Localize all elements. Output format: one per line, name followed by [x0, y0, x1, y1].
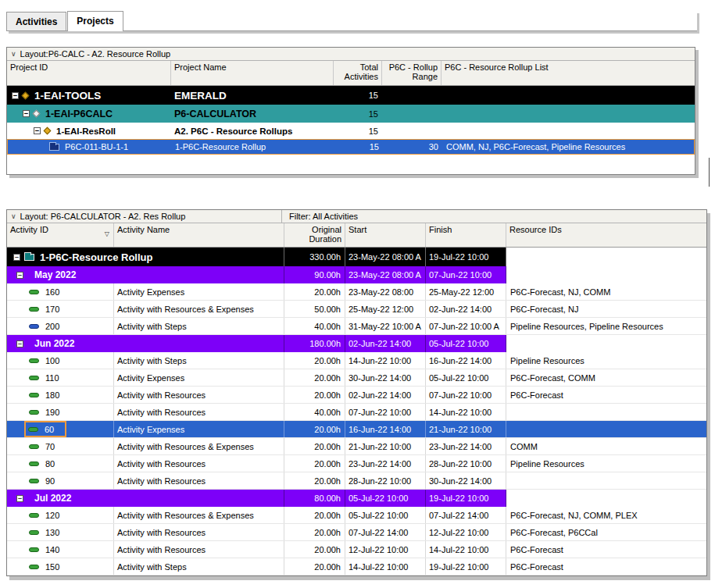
- duration-cell: 20.00h: [284, 283, 345, 300]
- activity-name-cell: Activity with Resources & Expenses: [114, 301, 284, 317]
- rollup-range-cell: [382, 105, 442, 123]
- column-header-activity-id[interactable]: Activity ID ▽: [7, 223, 114, 247]
- activity-row[interactable]: 70Activity with Resources & Expenses20.0…: [7, 438, 706, 455]
- tab-activities[interactable]: Activities: [6, 12, 66, 30]
- activity-row[interactable]: 160Activity Expenses20.00h23-May-22 08:0…: [7, 283, 706, 301]
- activity-bar-icon: [29, 307, 39, 312]
- activity-row[interactable]: 170Activity with Resources & Expenses50.…: [7, 301, 706, 318]
- activity-name-cell: Activity with Steps: [114, 318, 284, 334]
- activity-name-cell: Activity with Resources: [114, 387, 284, 403]
- project-row[interactable]: −1-EAI-P6CALCP6-CALCULATOR15: [7, 105, 695, 123]
- activity-bar-icon: [29, 461, 39, 466]
- start-cell: 31-May-22 10:00 A: [345, 318, 426, 334]
- finish-cell: 14-Jul-22 10:00: [426, 541, 506, 558]
- column-header-resource-ids[interactable]: Resource IDs: [506, 223, 706, 247]
- column-header-project-id[interactable]: Project ID: [7, 61, 171, 85]
- activity-id-text: 160: [45, 287, 59, 297]
- collapse-icon[interactable]: −: [16, 272, 23, 279]
- resources-cell: P6C-Forecast, NJ, COMM, PLEX: [506, 507, 706, 523]
- activity-id-cell: 80: [7, 455, 114, 472]
- column-header-activity-name[interactable]: Activity Name: [114, 223, 284, 247]
- activity-bar-icon: [29, 410, 39, 415]
- project-name-cell: 1-P6C-Resource Rollup: [172, 140, 334, 154]
- column-header-total-activities[interactable]: Total Activities: [334, 61, 382, 85]
- resources-cell: [506, 404, 706, 420]
- finish-cell: 12-Jul-22 10:00: [426, 524, 506, 540]
- column-header-original-duration[interactable]: Original Duration: [284, 223, 345, 247]
- collapse-icon[interactable]: −: [16, 495, 23, 502]
- resources-cell: COMM: [506, 438, 706, 454]
- collapse-icon[interactable]: −: [34, 127, 41, 134]
- finish-cell: 14-Jun-22 10:00: [426, 404, 506, 420]
- activities-layout-bar[interactable]: ∨ Layout: P6-CALCULATOR - A2. Res Rollup…: [7, 210, 706, 223]
- projects-layout-bar[interactable]: ∨ Layout:P6-CALC - A2. Resource Rollup: [7, 48, 695, 61]
- collapse-icon[interactable]: −: [23, 110, 30, 117]
- month-group-row[interactable]: −Jul 202280.00h05-Jul-22 10:0019-Jul-22 …: [7, 490, 706, 507]
- activity-bar-icon: [29, 479, 39, 483]
- column-header-start[interactable]: Start: [345, 223, 426, 247]
- activity-row[interactable]: 120Activity with Resources & Expenses20.…: [7, 507, 706, 524]
- month-group-row[interactable]: −May 202290.00h23-May-22 08:00 A07-Jun-2…: [7, 266, 706, 283]
- chevron-down-icon[interactable]: ∨: [11, 213, 16, 220]
- project-name-cell: EMERALD: [171, 86, 334, 105]
- activity-row[interactable]: 110Activity Expenses20.00h30-Jun-22 14:0…: [7, 369, 706, 387]
- activity-id-text: 100: [45, 356, 59, 365]
- activity-row[interactable]: 190Activity with Resources40.00h07-Jun-2…: [7, 404, 706, 421]
- activity-row[interactable]: 140Activity with Resources20.00h12-Jul-2…: [7, 541, 706, 558]
- rollup-range-cell: 30: [383, 140, 442, 154]
- start-cell: 25-May-22 12:00: [345, 301, 426, 317]
- collapse-icon[interactable]: −: [13, 254, 20, 261]
- duration-cell: 20.00h: [284, 387, 345, 403]
- project-row[interactable]: P6C-011-BU-1-11-P6C-Resource Rollup1530C…: [7, 139, 695, 155]
- column-header-rollup-range[interactable]: P6C - Rollup Range: [382, 61, 442, 85]
- activity-row[interactable]: 200Activity with Steps40.00h31-May-22 10…: [7, 318, 706, 335]
- resources-cell: P6C-Forecast: [506, 387, 706, 403]
- duration-cell: 50.00h: [284, 301, 345, 317]
- finish-cell: 19-Jul-22 10:00: [426, 490, 506, 507]
- sort-indicator-icon[interactable]: ▽: [105, 230, 109, 237]
- activity-row[interactable]: 130Activity with Resources20.00h07-Jul-2…: [7, 524, 706, 541]
- duration-cell: 40.00h: [284, 404, 345, 420]
- resources-cell: [506, 472, 706, 489]
- month-group-row[interactable]: −Jun 2022180.00h02-Jun-22 14:0005-Jul-22…: [7, 335, 706, 352]
- start-cell: 02-Jun-22 14:00: [345, 387, 426, 403]
- column-header-finish[interactable]: Finish: [426, 223, 506, 247]
- finish-cell: 28-Jun-22 10:00: [426, 455, 506, 472]
- project-row[interactable]: −1-EAI-ResRollA2. P6C - Resource Rollups…: [7, 123, 695, 139]
- collapse-icon[interactable]: −: [12, 92, 19, 99]
- chevron-down-icon[interactable]: ∨: [11, 51, 16, 58]
- window-edge: [709, 158, 710, 187]
- wbs-summary-row[interactable]: −1-P6C-Resource Rollup330.00h23-May-22 0…: [7, 248, 706, 266]
- start-cell: 23-May-22 08:00 A: [345, 266, 426, 283]
- start-cell: 23-Jun-22 14:00: [345, 455, 426, 472]
- wbs-name-cell: −1-P6C-Resource Rollup: [7, 248, 284, 266]
- tab-projects[interactable]: Projects: [67, 11, 123, 31]
- activity-id-text: 140: [45, 545, 59, 554]
- start-cell: 28-Jun-22 10:00: [345, 472, 426, 489]
- resources-cell: P6C-Forecast, NJ, COMM: [506, 283, 706, 300]
- project-name-cell: P6-CALCULATOR: [171, 105, 334, 123]
- activity-row[interactable]: 100Activity with Steps20.00h14-Jun-22 10…: [7, 352, 706, 369]
- project-row[interactable]: −1-EAI-TOOLSEMERALD15: [7, 86, 695, 105]
- activity-id-cell: 120: [7, 507, 114, 523]
- activity-bar-icon: [29, 376, 39, 380]
- activity-row[interactable]: 180Activity with Resources20.00h02-Jun-2…: [7, 387, 706, 404]
- resources-cell: P6C-Forecast, P6CCal: [506, 524, 706, 540]
- project-id-text: P6C-011-BU-1-1: [65, 142, 128, 151]
- eps-diamond-icon: [22, 91, 30, 99]
- activity-id-text: 190: [45, 408, 59, 417]
- column-header-project-name[interactable]: Project Name: [171, 61, 334, 85]
- activity-row[interactable]: 80Activity with Resources20.00h23-Jun-22…: [7, 455, 706, 472]
- activity-name-cell: Activity Expenses: [114, 421, 284, 437]
- activity-id-text: 150: [45, 562, 59, 572]
- activity-row[interactable]: 150Activity with Steps20.00h14-Jul-22 10…: [7, 558, 706, 576]
- collapse-icon[interactable]: −: [16, 340, 23, 347]
- activity-name-cell: Activity with Resources: [114, 541, 284, 558]
- activity-row[interactable]: 90Activity with Resources20.00h28-Jun-22…: [7, 472, 706, 490]
- activity-row[interactable]: 60Activity Expenses20.00h16-Jun-22 14:00…: [7, 421, 706, 438]
- column-header-rollup-list[interactable]: P6C - Resource Rollup List: [442, 61, 695, 85]
- duration-cell: 20.00h: [284, 421, 345, 437]
- total-activities-cell: 15: [334, 140, 383, 154]
- finish-cell: 25-May-22 12:00: [426, 283, 506, 300]
- activity-id-cell: 170: [7, 301, 114, 317]
